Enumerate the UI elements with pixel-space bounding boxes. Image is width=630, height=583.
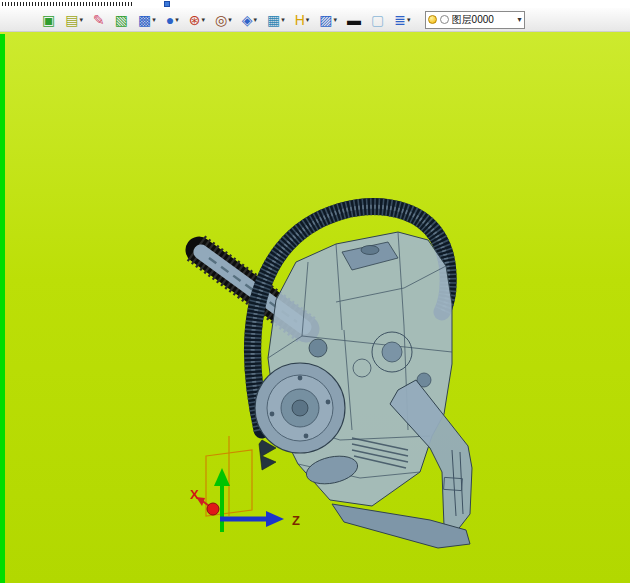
orientation-button[interactable]: ◈▾ bbox=[240, 10, 259, 30]
render-image-button[interactable]: ▨▾ bbox=[317, 10, 339, 30]
viewport-edge-strip bbox=[0, 34, 5, 583]
chevron-down-icon[interactable]: ▾ bbox=[79, 16, 83, 24]
orientation-icon: ◈ bbox=[242, 13, 253, 27]
layer-visibility-bulb-icon[interactable] bbox=[428, 15, 437, 24]
view-window-icon: ▦ bbox=[267, 13, 280, 27]
chevron-down-icon[interactable]: ▾ bbox=[281, 16, 285, 24]
layers-icon: ≣ bbox=[394, 13, 406, 27]
layer-combo-value: 图层0000 bbox=[452, 13, 515, 27]
torus-feature-button[interactable]: ◎▾ bbox=[213, 10, 234, 30]
extrude-feature-icon: ▤ bbox=[65, 13, 78, 27]
cube-solid-icon: ▩ bbox=[138, 13, 151, 27]
z-axis-label: Z bbox=[292, 513, 300, 528]
extrude-feature-button[interactable]: ▤▾ bbox=[63, 10, 85, 30]
line-width-button[interactable]: ▬ bbox=[345, 10, 363, 30]
box-solid-icon: ▧ bbox=[115, 13, 128, 27]
chevron-down-icon[interactable]: ▾ bbox=[228, 16, 232, 24]
layer-color-icon[interactable] bbox=[440, 15, 449, 24]
window-title-text bbox=[2, 2, 132, 6]
sphere-solid-icon: ● bbox=[166, 13, 174, 27]
layer-select-combo[interactable]: 图层0000 ▾ bbox=[425, 11, 525, 29]
toolbar-icons: ▣▤▾✎▧▩▾●▾⊛▾◎▾◈▾▦▾H▾▨▾▬▢≣▾ bbox=[40, 10, 413, 30]
layer-combo-dropdown-icon[interactable]: ▾ bbox=[518, 15, 522, 24]
view-window-button[interactable]: ▦▾ bbox=[265, 10, 287, 30]
torus-feature-icon: ◎ bbox=[215, 13, 227, 27]
chevron-down-icon[interactable]: ▾ bbox=[201, 16, 205, 24]
sketch-tools-icon: ✎ bbox=[93, 13, 105, 27]
chevron-down-icon[interactable]: ▾ bbox=[152, 16, 156, 24]
wheel-feature-button[interactable]: ⊛▾ bbox=[187, 10, 207, 30]
chevron-down-icon[interactable]: ▾ bbox=[306, 16, 310, 24]
background-swatch-button[interactable]: ▢ bbox=[369, 10, 386, 30]
sketch-tools-button[interactable]: ✎ bbox=[91, 10, 107, 30]
application-window: ▣▤▾✎▧▩▾●▾⊛▾◎▾◈▾▦▾H▾▨▾▬▢≣▾ 图层0000 ▾ bbox=[0, 0, 630, 583]
chevron-down-icon[interactable]: ▾ bbox=[253, 16, 257, 24]
cube-solid-button[interactable]: ▩▾ bbox=[136, 10, 158, 30]
dimension-icon: H bbox=[295, 13, 305, 27]
dimension-button[interactable]: H▾ bbox=[293, 10, 312, 30]
viewport-canvas[interactable]: X Z bbox=[0, 32, 630, 583]
line-width-icon: ▬ bbox=[347, 13, 361, 27]
background-swatch-icon: ▢ bbox=[371, 13, 384, 27]
main-toolbar: ▣▤▾✎▧▩▾●▾⊛▾◎▾◈▾▦▾H▾▨▾▬▢≣▾ 图层0000 ▾ bbox=[0, 8, 630, 32]
chevron-down-icon[interactable]: ▾ bbox=[334, 16, 338, 24]
box-solid-button[interactable]: ▧ bbox=[113, 10, 130, 30]
x-axis-label: X bbox=[190, 487, 199, 502]
exit-sketch-button[interactable]: ▣ bbox=[40, 10, 57, 30]
chevron-down-icon[interactable]: ▾ bbox=[175, 16, 179, 24]
viewport-3d[interactable]: X Z bbox=[0, 32, 630, 583]
chainsaw-model bbox=[196, 207, 472, 548]
sphere-solid-button[interactable]: ●▾ bbox=[164, 10, 181, 30]
layers-button[interactable]: ≣▾ bbox=[392, 10, 412, 30]
chevron-down-icon[interactable]: ▾ bbox=[407, 16, 411, 24]
render-image-icon: ▨ bbox=[319, 13, 332, 27]
titlebar-doc-icon bbox=[164, 1, 170, 7]
exit-sketch-icon: ▣ bbox=[42, 13, 55, 27]
window-titlebar bbox=[0, 0, 630, 8]
wheel-feature-icon: ⊛ bbox=[189, 13, 201, 27]
origin-sphere bbox=[207, 503, 219, 515]
